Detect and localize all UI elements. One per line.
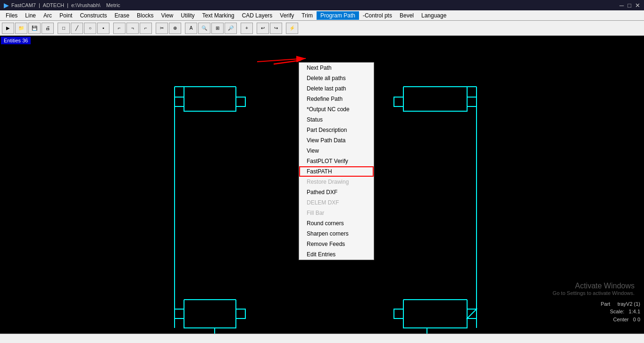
- sep2: [110, 23, 112, 34]
- menu-item-view[interactable]: View: [157, 11, 177, 20]
- toolbar-btn-10[interactable]: ¬: [126, 23, 139, 34]
- dropdown-item-sharpen-corners[interactable]: Sharpen corners: [299, 229, 374, 239]
- app-name: FastCAM7: [11, 2, 36, 8]
- toolbar-btn-17[interactable]: 🔎: [225, 23, 237, 34]
- toolbar-btn-1[interactable]: ▶: [2, 23, 14, 34]
- title-sep2: |: [67, 2, 68, 8]
- toolbar-btn-9[interactable]: ⌐: [113, 23, 125, 34]
- toolbar-btn-16[interactable]: ⊞: [211, 23, 224, 34]
- title-bar-left: ▶ FastCAM7 | ADTECH | e:\Vrushabh\ Metri…: [4, 2, 215, 9]
- sep3: [153, 23, 155, 34]
- toolbar-btn-12[interactable]: ✂: [156, 23, 168, 34]
- toolbar-btn-11[interactable]: ⌐: [140, 23, 152, 34]
- dropdown-item-delem-dxf: DELEM DXF: [299, 197, 374, 208]
- dropdown-item-edit-entries[interactable]: Edit Entries: [299, 249, 374, 260]
- toolbar-btn-14[interactable]: A: [185, 23, 197, 34]
- toolbar-btn-18[interactable]: +: [241, 23, 253, 34]
- toolbar-btn-21[interactable]: ⚡: [286, 23, 298, 34]
- sep1: [55, 23, 57, 34]
- toolbar-btn-3[interactable]: 💾: [28, 23, 41, 34]
- dropdown-item-remove-feeds[interactable]: Remove Feeds: [299, 239, 374, 249]
- menu-item-control-pts[interactable]: -Control pts: [359, 11, 396, 20]
- menu-item-blocks[interactable]: Blocks: [133, 11, 157, 20]
- program-path-dropdown: Next PathDelete all pathsDelete last pat…: [299, 62, 374, 260]
- menu-item-language[interactable]: Language: [418, 11, 450, 20]
- toolbar-btn-19[interactable]: ↩: [257, 23, 269, 34]
- toolbar-btn-5[interactable]: □: [58, 23, 70, 34]
- dropdown-item-fill-bar: Fill Bar: [299, 208, 374, 218]
- sep6: [254, 23, 256, 34]
- file-path: e:\Vrushabh\: [71, 2, 100, 8]
- minimize-button[interactable]: ─: [619, 2, 624, 9]
- tray-value: trayV2 (1): [618, 301, 640, 307]
- entities-label: Entities 36: [1, 37, 31, 44]
- bottom-right-info: Part trayV2 (1) Scale: 1:4.1 Center 0 0: [601, 300, 640, 324]
- dropdown-item-delete-last-path[interactable]: Delete last path: [299, 83, 374, 94]
- app-icon: ▶: [4, 2, 8, 9]
- dropdown-item-part-description[interactable]: Part Description: [299, 125, 374, 135]
- maximize-button[interactable]: □: [627, 2, 631, 9]
- scale-info: Scale: 1:4.1: [601, 308, 640, 316]
- status-bar: [0, 334, 644, 343]
- menu-item-trim[interactable]: Trim: [298, 11, 317, 20]
- title-bar: ▶ FastCAM7 | ADTECH | e:\Vrushabh\ Metri…: [0, 0, 644, 10]
- toolbar: ▶ 📁 💾 🖨 □ ╱ ○ ▪ ⌐ ¬ ⌐ ✂ ⊕ A 🔍 ⊞ 🔎 + ↩ ↪ …: [0, 21, 644, 36]
- dropdown-item-view-path-data[interactable]: View Path Data: [299, 135, 374, 146]
- main-canvas[interactable]: Entities 36: [0, 36, 644, 334]
- toolbar-btn-4[interactable]: 🖨: [42, 23, 54, 34]
- part-label: Part: [601, 301, 610, 307]
- dropdown-item-redefine-path[interactable]: Redefine Path: [299, 94, 374, 104]
- close-button[interactable]: ✕: [635, 2, 640, 9]
- dropdown-item-fastpath[interactable]: FastPATH: [299, 166, 374, 177]
- dropdown-item-restore-drawing: Restore Drawing: [299, 177, 374, 187]
- dropdown-item-status[interactable]: Status: [299, 114, 374, 125]
- toolbar-btn-20[interactable]: ↪: [270, 23, 282, 34]
- sep7: [283, 23, 285, 34]
- toolbar-btn-7[interactable]: ○: [84, 23, 96, 34]
- company-name: ADTECH: [43, 2, 64, 8]
- title-bar-controls: ─ □ ✕: [619, 2, 640, 9]
- menu-item-text-marking[interactable]: Text Marking: [199, 11, 238, 20]
- dropdown-item-delete-all-paths[interactable]: Delete all paths: [299, 73, 374, 83]
- menu-item-cad-layers[interactable]: CAD Layers: [238, 11, 276, 20]
- menu-item-bevel[interactable]: Bevel: [396, 11, 418, 20]
- menu-item-program-path[interactable]: Program Path: [317, 11, 359, 20]
- dropdown-item-pathed-dxf[interactable]: Pathed DXF: [299, 187, 374, 197]
- dropdown-item-view[interactable]: View: [299, 146, 374, 156]
- menu-bar: FilesLineArcPointConstructsEraseBlocksVi…: [0, 10, 644, 21]
- menu-item-constructs[interactable]: Constructs: [76, 11, 110, 20]
- toolbar-btn-2[interactable]: 📁: [15, 23, 27, 34]
- dropdown-item-output-nc-code[interactable]: *Output NC code: [299, 104, 374, 114]
- sep4: [182, 23, 184, 34]
- center-value: 0 0: [633, 317, 640, 322]
- part-info: Part trayV2 (1): [601, 300, 640, 308]
- toolbar-btn-6[interactable]: ╱: [71, 23, 83, 34]
- scale-value: 1:4.1: [629, 309, 640, 314]
- metric-label: Metric: [106, 2, 120, 8]
- toolbar-btn-8[interactable]: ▪: [97, 23, 109, 34]
- dropdown-item-next-path[interactable]: Next Path: [299, 63, 374, 73]
- title-sep1: |: [39, 2, 40, 8]
- activate-windows: Activate Windows Go to Settings to activ…: [552, 282, 635, 296]
- center-label: Center: [613, 317, 629, 322]
- menu-item-line[interactable]: Line: [21, 11, 40, 20]
- menu-item-erase[interactable]: Erase: [111, 11, 133, 20]
- dropdown-item-round-corners[interactable]: Round corners: [299, 218, 374, 229]
- menu-item-utility[interactable]: Utility: [177, 11, 198, 20]
- menu-item-point[interactable]: Point: [56, 11, 76, 20]
- sep5: [238, 23, 240, 34]
- scale-label: Scale:: [610, 309, 625, 314]
- center-info: Center 0 0: [601, 316, 640, 324]
- menu-item-files[interactable]: Files: [2, 11, 21, 20]
- menu-item-arc[interactable]: Arc: [40, 11, 56, 20]
- menu-item-verify[interactable]: Verify: [276, 11, 298, 20]
- toolbar-btn-13[interactable]: ⊕: [169, 23, 181, 34]
- dropdown-item-fastplot-verify[interactable]: FastPLOT Verify: [299, 156, 374, 166]
- toolbar-btn-15[interactable]: 🔍: [198, 23, 210, 34]
- svg-line-10: [274, 60, 301, 64]
